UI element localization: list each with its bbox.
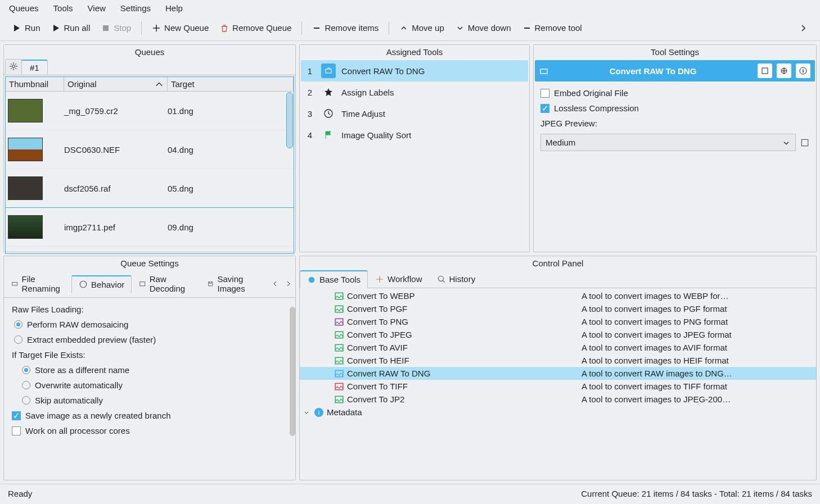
save-branch-checkbox[interactable]: ✓ Save image as a newly created branch <box>12 411 287 420</box>
tool-row[interactable]: Convert To WEBP A tool to convert images… <box>300 289 816 302</box>
lossless-checkbox[interactable]: ✓ Lossless Compression <box>540 103 809 113</box>
menu-help[interactable]: Help <box>165 3 183 13</box>
tool-settings-title: Tool Settings <box>534 45 816 59</box>
menu-view[interactable]: View <box>88 3 106 13</box>
radio-icon <box>22 381 30 389</box>
checkbox-checked-icon: ✓ <box>540 104 549 113</box>
image-icon <box>335 305 344 314</box>
reset-button[interactable] <box>758 63 772 78</box>
image-icon <box>335 382 344 391</box>
separator <box>301 21 302 35</box>
col-original[interactable]: Original <box>64 77 168 91</box>
queue-row[interactable]: _mg_0759.cr2 01.dng <box>6 92 294 130</box>
tab-behavior[interactable]: Behavior <box>71 275 132 293</box>
move-down-button[interactable]: Move down <box>451 21 516 35</box>
tab-raw-decoding[interactable]: Raw Decoding <box>132 270 200 297</box>
image-icon <box>335 292 344 301</box>
checkbox-icon <box>12 426 21 435</box>
svg-point-10 <box>80 281 86 287</box>
new-queue-button[interactable]: New Queue <box>147 21 213 35</box>
stop-button[interactable]: Stop <box>97 21 136 35</box>
move-up-button[interactable]: Move up <box>395 21 449 35</box>
rename-icon <box>11 279 19 288</box>
embed-original-checkbox[interactable]: Embed Original File <box>540 88 809 98</box>
tab-saving-images[interactable]: Saving Images <box>200 270 268 297</box>
assigned-tool-row[interactable]: 3 Time Adjust <box>301 103 528 124</box>
assigned-tool-row[interactable]: 1 Convert RAW To DNG <box>301 60 528 81</box>
col-thumbnail[interactable]: Thumbnail <box>6 77 64 91</box>
stop-icon <box>101 24 110 33</box>
raw-loading-label: Raw Files Loading: <box>12 305 287 314</box>
image-icon <box>335 395 344 404</box>
tab-history[interactable]: History <box>430 270 483 288</box>
chevron-up-icon <box>399 24 408 33</box>
clock-icon <box>321 106 336 121</box>
all-cores-checkbox[interactable]: Work on all processor cores <box>12 426 287 435</box>
flag-icon <box>321 128 336 142</box>
dot-icon <box>307 275 316 284</box>
scrollbar[interactable] <box>286 92 293 148</box>
menu-queues[interactable]: Queues <box>9 3 39 13</box>
svg-rect-11 <box>140 281 145 285</box>
tool-row[interactable]: Convert To PNG A tool to convert images … <box>300 315 816 328</box>
tool-row[interactable]: Convert To TIFF A tool to convert images… <box>300 380 816 393</box>
remove-queue-button[interactable]: Remove Queue <box>215 21 296 35</box>
queue-settings-gear[interactable] <box>5 59 22 75</box>
separator <box>389 21 389 35</box>
radio-overwrite[interactable]: Overwrite automatically <box>22 380 287 390</box>
svg-rect-2 <box>326 69 331 73</box>
tool-row[interactable]: Convert To PGF A tool to convert images … <box>300 302 816 315</box>
svg-point-12 <box>309 276 315 283</box>
chevron-down-icon <box>303 409 311 416</box>
image-icon <box>335 369 344 378</box>
tab-base-tools[interactable]: Base Tools <box>300 270 368 288</box>
jpeg-preview-select[interactable]: Medium <box>540 134 796 151</box>
radio-extract[interactable]: Extract embedded preview (faster) <box>14 335 287 344</box>
thumbnail <box>8 138 43 161</box>
queue-row[interactable]: imgp2711.pef 09.dng <box>6 208 294 247</box>
info-button[interactable] <box>796 63 810 78</box>
play-icon <box>52 24 61 33</box>
radio-icon <box>22 396 30 405</box>
minus-icon <box>312 24 321 33</box>
queue-row[interactable]: DSC0630.NEF 04.dng <box>6 130 294 169</box>
tab-workflow[interactable]: Workflow <box>368 270 429 288</box>
assigned-tool-row[interactable]: 2 Assign Labels <box>301 81 528 103</box>
search-icon <box>437 275 446 284</box>
radio-demosaic[interactable]: Perform RAW demosaicing <box>14 320 287 329</box>
category-metadata[interactable]: i Metadata <box>300 406 816 419</box>
tab-file-renaming[interactable]: File Renaming <box>4 270 71 297</box>
chevron-down-icon <box>782 138 791 147</box>
svg-point-13 <box>438 276 443 281</box>
load-button[interactable] <box>777 63 791 78</box>
tool-row[interactable]: Convert To HEIF A tool to convert images… <box>300 354 816 367</box>
minus-icon <box>522 24 531 33</box>
menu-tools[interactable]: Tools <box>53 3 73 13</box>
queues-title: Queues <box>4 45 295 59</box>
tool-row[interactable]: Convert To JP2 A tool to convert images … <box>300 393 816 406</box>
radio-skip[interactable]: Skip automatically <box>22 396 287 405</box>
remove-tool-button[interactable]: Remove tool <box>518 21 587 35</box>
remove-items-button[interactable]: Remove items <box>308 21 383 35</box>
workflow-icon <box>375 275 384 284</box>
col-target[interactable]: Target <box>168 77 294 91</box>
tool-row[interactable]: Convert To JPEG A tool to convert images… <box>300 328 816 341</box>
thumbnail <box>8 99 43 122</box>
queue-row[interactable]: dscf2056.raf 05.dng <box>6 169 294 208</box>
menu-settings[interactable]: Settings <box>120 3 151 13</box>
tool-row[interactable]: Convert RAW To DNG A tool to convert RAW… <box>300 367 816 380</box>
scrollbar[interactable] <box>290 307 295 436</box>
control-panel: Control Panel Base Tools Workflow Histor… <box>299 256 817 480</box>
queue-tab-1[interactable]: #1 <box>22 60 48 75</box>
overflow-button[interactable] <box>794 21 812 35</box>
radio-store-as[interactable]: Store as a different name <box>22 365 287 375</box>
queue-settings-panel: Queue Settings File Renaming Behavior Ra… <box>3 256 296 480</box>
assigned-tool-row[interactable]: 4 Image Quality Sort <box>301 124 528 146</box>
tool-row[interactable]: Convert To AVIF A tool to convert images… <box>300 341 816 354</box>
status-bar: Ready Current Queue: 21 items / 84 tasks… <box>0 484 820 504</box>
tab-scroll-right[interactable] <box>282 278 295 289</box>
run-button[interactable]: Run <box>8 21 45 35</box>
run-all-button[interactable]: Run all <box>47 21 95 35</box>
tab-scroll-left[interactable] <box>268 278 282 289</box>
reset-icon[interactable] <box>800 138 809 147</box>
